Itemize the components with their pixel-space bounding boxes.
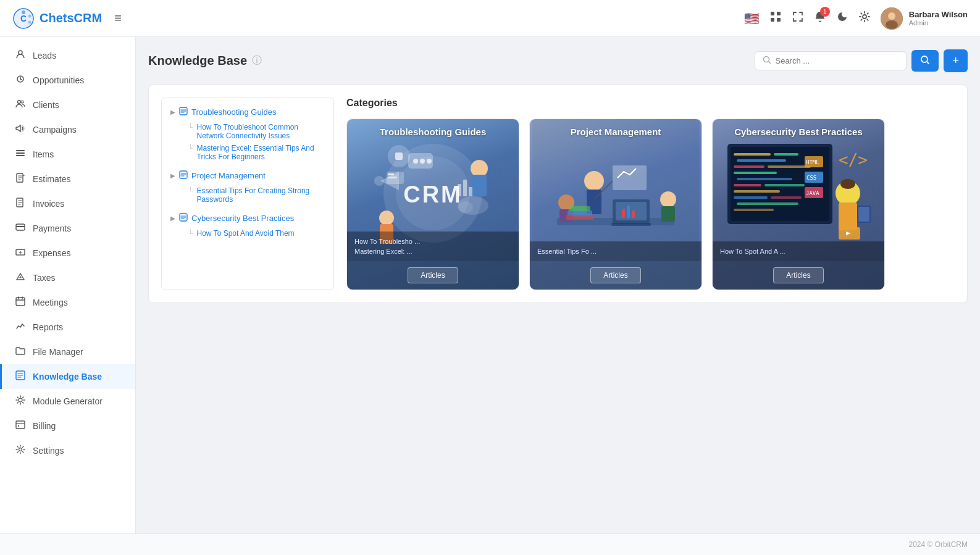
svg-rect-6: [777, 12, 781, 15]
articles-button-cybersecurity[interactable]: Articles: [773, 267, 823, 283]
articles-button-project-management[interactable]: Articles: [590, 267, 640, 283]
sidebar-item-file-manager[interactable]: File Manager: [0, 340, 135, 364]
card-title-cybersecurity: Cybersecurity Best Practices: [713, 127, 884, 137]
svg-rect-89: [734, 196, 768, 199]
svg-rect-81: [737, 159, 786, 162]
knowledge-base-icon: [14, 370, 27, 383]
svg-rect-79: [734, 153, 771, 156]
billing-icon: [14, 420, 27, 432]
svg-rect-56: [463, 180, 467, 196]
meetings-icon: [14, 296, 27, 309]
sidebar-label-leads: Leads: [33, 51, 56, 61]
sidebar-item-taxes[interactable]: Taxes: [0, 265, 135, 290]
settings-gear-icon[interactable]: [858, 10, 871, 26]
tree-item-pm-0[interactable]: Essential Tips For Creating Strong Passw…: [188, 185, 325, 206]
sidebar-item-invoices[interactable]: Invoices: [0, 191, 135, 216]
clients-icon: [14, 99, 27, 111]
card-footer-cybersecurity: Articles: [713, 261, 884, 290]
sidebar-item-settings[interactable]: Settings: [0, 438, 135, 463]
tree-category-cybersecurity: ▶ Cybersecurity Best Practices: [170, 213, 325, 240]
category-card-cybersecurity[interactable]: Cybersecurity Best Practices: [712, 119, 885, 290]
add-button[interactable]: +: [944, 49, 968, 72]
tree-item-0[interactable]: How To Troubleshoot Common Network Conne…: [188, 121, 325, 142]
svg-point-50: [420, 159, 425, 164]
tree-category-header-troubleshooting[interactable]: ▶ Troubleshooting Guides: [170, 107, 325, 117]
apps-icon[interactable]: [769, 10, 782, 26]
card-articles-cybersecurity: How To Spot And A ...: [713, 241, 884, 261]
payments-icon: [14, 222, 27, 235]
svg-point-29: [19, 448, 22, 451]
sidebar-item-campaigns[interactable]: Campaigns: [0, 117, 135, 142]
sidebar-item-knowledge-base[interactable]: Knowledge Base: [0, 364, 135, 389]
search-container: [755, 51, 907, 70]
card-articles-troubleshooting: How To Troublesho ... Mastering Excel: .…: [347, 232, 519, 261]
user-menu[interactable]: Barbara Wilson Admin: [881, 7, 968, 30]
svg-rect-19: [16, 155, 25, 156]
sidebar-item-leads[interactable]: Leads: [0, 43, 135, 68]
search-button[interactable]: [911, 50, 939, 72]
info-icon[interactable]: ⓘ: [252, 54, 262, 67]
tree-category-icon-troubleshooting: [179, 107, 188, 117]
svg-rect-85: [737, 178, 792, 180]
tree-arrow-project-management: ▶: [170, 172, 175, 179]
sidebar-item-estimates[interactable]: Estimates: [0, 167, 135, 191]
sidebar-item-opportunities[interactable]: Opportunities: [0, 68, 135, 93]
svg-rect-62: [616, 202, 647, 220]
tree-panel: ▶ Troubleshooting Guides Ho: [161, 98, 334, 290]
sidebar-label-taxes: Taxes: [33, 273, 56, 283]
dark-mode-icon[interactable]: [836, 10, 848, 26]
main-content: Knowledge Base ⓘ: [136, 37, 980, 533]
svg-rect-55: [458, 184, 461, 196]
fullscreen-icon[interactable]: [792, 10, 804, 26]
svg-rect-18: [16, 152, 25, 154]
tree-item-cs-0[interactable]: How To Spot And Avoid Them: [188, 227, 325, 240]
language-flag[interactable]: 🇺🇸: [744, 11, 760, 26]
page-title: Knowledge Base: [148, 54, 247, 68]
category-card-troubleshooting[interactable]: Troubleshooting Guides CRM: [346, 119, 519, 290]
svg-rect-84: [734, 172, 777, 174]
module-generator-icon: [14, 395, 27, 407]
sidebar-item-reports[interactable]: Reports: [0, 315, 135, 340]
sidebar-label-reports: Reports: [33, 322, 63, 332]
sidebar-label-opportunities: Opportunities: [33, 75, 84, 85]
svg-point-15: [18, 101, 21, 104]
svg-rect-17: [16, 150, 25, 151]
tree-items-cybersecurity: How To Spot And Avoid Them: [170, 227, 325, 240]
sidebar-item-expenses[interactable]: Expenses: [0, 241, 135, 265]
card-image-troubleshooting: Troubleshooting Guides CRM: [347, 119, 519, 261]
svg-rect-23: [16, 226, 25, 227]
hamburger-button[interactable]: ≡: [114, 11, 122, 25]
search-input[interactable]: [775, 56, 898, 65]
sidebar-item-payments[interactable]: Payments: [0, 216, 135, 241]
svg-rect-24: [16, 298, 25, 306]
sidebar-item-meetings[interactable]: Meetings: [0, 290, 135, 315]
sidebar-label-billing: Billing: [33, 421, 56, 431]
sidebar-label-items: Items: [33, 149, 54, 159]
sidebar-item-billing[interactable]: Billing: [0, 414, 135, 438]
app-logo[interactable]: C ChetsCRM: [12, 7, 102, 30]
header-actions: +: [755, 49, 968, 72]
svg-point-4: [28, 20, 31, 23]
card-title-project-management: Project Management: [530, 127, 701, 137]
svg-point-54: [374, 176, 384, 186]
tree-category-header-cybersecurity[interactable]: ▶ Cybersecurity Best Practices: [170, 213, 325, 223]
kb-layout: ▶ Troubleshooting Guides Ho: [161, 98, 955, 290]
tree-category-troubleshooting: ▶ Troubleshooting Guides Ho: [170, 107, 325, 163]
svg-rect-74: [566, 215, 594, 220]
svg-rect-65: [632, 211, 635, 218]
sidebar-label-clients: Clients: [33, 100, 59, 110]
tree-category-header-project-management[interactable]: ▶ Project Management: [170, 170, 325, 181]
sidebar-item-clients[interactable]: Clients: [0, 93, 135, 117]
svg-rect-88: [734, 190, 780, 193]
svg-rect-90: [771, 196, 802, 199]
sidebar-item-module-generator[interactable]: Module Generator: [0, 389, 135, 414]
tree-item-1[interactable]: Mastering Excel: Essential Tips And Tric…: [188, 142, 325, 163]
tree-category-icon-cybersecurity: [179, 213, 188, 223]
sidebar-item-items[interactable]: Items: [0, 142, 135, 167]
category-card-project-management[interactable]: Project Management: [529, 119, 702, 290]
notification-bell-icon[interactable]: 1: [814, 10, 826, 26]
svg-point-43: [471, 160, 488, 177]
articles-button-troubleshooting[interactable]: Articles: [408, 267, 458, 283]
card-article-pm-0: Essential Tips Fo ...: [537, 246, 694, 256]
card-footer-project-management: Articles: [530, 261, 701, 290]
